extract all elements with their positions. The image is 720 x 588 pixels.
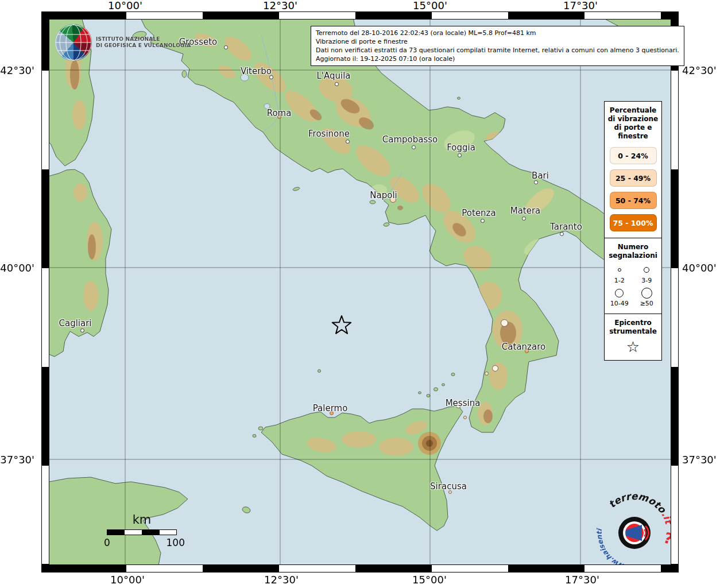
event-info-box: Terremoto del 28-10-2016 22:02:43 (ora l… bbox=[311, 26, 684, 66]
city-label: Campobasso bbox=[382, 134, 438, 145]
city-marker bbox=[522, 216, 526, 220]
legend-size-item: 1-2 bbox=[606, 264, 633, 284]
city-label: Potenza bbox=[462, 208, 496, 218]
axis-tick-label: 42°30' bbox=[0, 64, 34, 76]
city-marker bbox=[560, 232, 564, 236]
scale-start: 0 bbox=[104, 537, 110, 548]
city-label: Bari bbox=[532, 171, 549, 181]
scale-segment bbox=[142, 530, 159, 535]
axis-tick-label: 10°00' bbox=[110, 574, 145, 586]
scale-end: 100 bbox=[167, 537, 185, 548]
legend-size-item: ≥50 bbox=[633, 287, 661, 307]
scale-labels: 0 100 bbox=[107, 537, 177, 548]
legend-swatches: 0 - 24%25 - 49%50 - 74%75 - 100% bbox=[605, 147, 661, 231]
city-marker bbox=[80, 328, 84, 332]
city-marker bbox=[481, 219, 485, 223]
city-label: Palermo bbox=[313, 403, 348, 413]
axis-top: 10°00'12°30'15°00'17°30' bbox=[0, 0, 720, 13]
city-label: Roma bbox=[267, 108, 292, 118]
haisentito-target-icon bbox=[618, 517, 651, 549]
ingv-logo: ISTITUTO NAZIONALE DI GEOFISICA E VULCAN… bbox=[55, 24, 191, 61]
city-label: Siracusa bbox=[430, 481, 467, 492]
axis-right: 42°30'40°00'37°30' bbox=[682, 0, 720, 588]
legend-swatch: 25 - 49% bbox=[610, 169, 657, 187]
legend-size-circle-wrap bbox=[618, 264, 621, 276]
city-label: Cagliari bbox=[59, 318, 91, 328]
map-frame-right bbox=[671, 20, 679, 564]
legend-panel: Percentuale di vibrazione di porte e fin… bbox=[604, 101, 662, 361]
ingv-name-line2: DI GEOFISICA E VULCANOLOGIA bbox=[96, 42, 191, 49]
city-marker bbox=[412, 145, 416, 149]
legend-divider bbox=[605, 314, 661, 314]
axis-tick-label: 12°30' bbox=[263, 0, 297, 11]
map-frame-bottom bbox=[41, 564, 679, 572]
legend-size-samples: 1-23-910-49≥50 bbox=[605, 261, 661, 307]
city-marker bbox=[335, 82, 339, 86]
map-overlay: GrossetoViterboL'AquilaRomaFrosinoneCamp… bbox=[49, 20, 671, 564]
city-marker bbox=[346, 140, 350, 144]
city-marker bbox=[224, 45, 228, 49]
city-marker bbox=[458, 153, 462, 157]
city-label: Catanzaro bbox=[502, 342, 545, 352]
epicenter-star-icon bbox=[330, 314, 353, 337]
report-circle bbox=[463, 416, 467, 419]
map-frame-top bbox=[41, 11, 679, 20]
ingv-globe-icon bbox=[55, 24, 92, 61]
city-label: Viterbo bbox=[241, 66, 272, 76]
report-size-icon bbox=[644, 267, 649, 273]
legend-percent-title: Percentuale di vibrazione di porte e fin… bbox=[605, 105, 661, 142]
axis-tick-label: 17°30' bbox=[565, 574, 599, 586]
city-label: Foggia bbox=[447, 142, 475, 153]
axis-tick-label: 37°30' bbox=[682, 454, 717, 466]
legend-reports-title: Numero segnalazioni bbox=[605, 242, 661, 261]
haisentito-logo: terremoto.it www.haisentito ? bbox=[591, 489, 678, 575]
legend-size-circle-wrap bbox=[644, 264, 649, 276]
map-page: GrossetoViterboL'AquilaRomaFrosinoneCamp… bbox=[0, 0, 720, 588]
report-size-icon bbox=[618, 268, 621, 272]
scale-segment bbox=[159, 530, 176, 535]
report-size-icon bbox=[641, 288, 652, 299]
report-size-icon bbox=[615, 289, 624, 297]
legend-swatch: 75 - 100% bbox=[610, 214, 657, 231]
axis-left: 42°30'40°00'37°30' bbox=[0, 0, 38, 588]
city-label: Taranto bbox=[550, 222, 582, 232]
event-effect: Vibrazione di porte e finestre bbox=[316, 37, 679, 46]
axis-tick-label: 15°00' bbox=[413, 0, 447, 11]
city-label: Napoli bbox=[370, 190, 397, 200]
report-circle bbox=[501, 319, 508, 327]
legend-size-circle-wrap bbox=[641, 287, 652, 299]
legend-size-item: 3-9 bbox=[633, 264, 661, 284]
legend-epicenter-title: Epicentro strumentale bbox=[605, 318, 661, 337]
legend-size-label: 1-2 bbox=[614, 277, 625, 284]
scale-bar-segments bbox=[107, 529, 177, 535]
legend-swatch: 50 - 74% bbox=[610, 192, 657, 209]
city-label: Frosinone bbox=[308, 129, 350, 139]
legend-swatch: 0 - 24% bbox=[610, 147, 657, 164]
scale-bar: km 0 100 bbox=[107, 513, 177, 548]
axis-tick-label: 42°30' bbox=[682, 64, 717, 76]
event-title: Terremoto del 28-10-2016 22:02:43 (ora l… bbox=[316, 29, 679, 37]
legend-divider bbox=[605, 238, 661, 238]
scale-unit: km bbox=[107, 513, 177, 527]
city-label: L'Aquila bbox=[316, 71, 350, 81]
event-updated: Aggiornato il: 19-12-2025 07:10 (ora loc… bbox=[316, 55, 679, 63]
report-circle bbox=[492, 365, 498, 372]
city-label: Matera bbox=[510, 206, 541, 216]
axis-tick-label: 37°30' bbox=[0, 454, 34, 466]
city-label: Messina bbox=[446, 398, 481, 408]
map-frame-left bbox=[41, 20, 49, 564]
scale-segment bbox=[107, 530, 124, 535]
report-circle bbox=[485, 372, 489, 376]
axis-bottom: 10°00'12°30'15°00'17°30' bbox=[0, 574, 720, 587]
legend-size-label: 10-49 bbox=[610, 300, 629, 307]
axis-tick-label: 40°00' bbox=[682, 262, 717, 274]
event-disclaimer: Dati non verificati estratti da 73 quest… bbox=[316, 46, 679, 55]
axis-tick-label: 10°00' bbox=[108, 0, 142, 11]
legend-size-label: ≥50 bbox=[640, 300, 653, 307]
axis-tick-label: 40°00' bbox=[0, 262, 34, 274]
ingv-name: ISTITUTO NAZIONALE DI GEOFISICA E VULCAN… bbox=[96, 36, 191, 49]
axis-tick-label: 17°30' bbox=[563, 0, 598, 11]
legend-size-circle-wrap bbox=[615, 287, 624, 299]
scale-segment bbox=[124, 530, 141, 535]
legend-size-label: 3-9 bbox=[641, 277, 652, 284]
